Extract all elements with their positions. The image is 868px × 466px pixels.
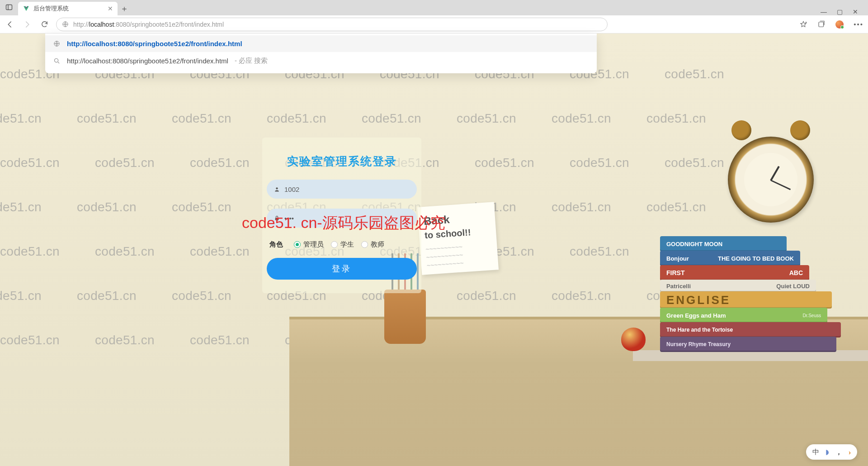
svg-rect-10: [275, 218, 279, 220]
login-title: 实验室管理系统登录: [267, 154, 417, 169]
url-text: http://localhost:8080/springboote51e2/fr…: [73, 21, 602, 28]
url-input[interactable]: http://localhost:8080/springboote51e2/fr…: [56, 18, 608, 31]
globe-icon: [53, 40, 61, 47]
tab-strip: 后台管理系统 ✕ ＋ — ▢ ✕: [0, 0, 868, 15]
refresh-button[interactable]: [39, 19, 50, 30]
alarm-clock-illustration: [728, 137, 814, 223]
role-label: 角色: [269, 240, 283, 249]
autocomplete-item[interactable]: http://localhost:8080/springboote51e2/fr…: [45, 52, 597, 70]
user-icon: [274, 186, 280, 192]
login-card: 实验室管理系统登录 角色 管理员 学生 教师 登录: [262, 138, 421, 293]
role-radio-group: 角色 管理员 学生 教师: [267, 238, 417, 258]
sticky-note-illustration: Back to school!! ~~~~~~~~~~~~~~~~~~~~~~~…: [417, 202, 499, 275]
radio-icon: [294, 241, 301, 248]
url-autocomplete-dropdown: http://localhost:8080/springboote51e2/fr…: [45, 33, 597, 73]
book-stack-illustration: GOODNIGHT MOON BonjourTHE GOING TO BED B…: [660, 237, 850, 352]
login-button[interactable]: 登录: [267, 258, 417, 280]
svg-rect-0: [6, 5, 12, 10]
svg-rect-5: [819, 22, 824, 27]
close-window-icon[interactable]: ✕: [853, 8, 858, 15]
minimize-icon[interactable]: —: [821, 8, 827, 15]
page-viewport: code51.cncode51.cncode51.cncode51.cncode…: [0, 33, 868, 466]
collections-icon[interactable]: [817, 20, 826, 29]
globe-icon: [62, 21, 69, 28]
half-moon-icon: ◗: [826, 448, 829, 456]
back-button[interactable]: [5, 19, 15, 30]
close-tab-icon[interactable]: ✕: [108, 5, 113, 12]
role-radio-student[interactable]: 学生: [331, 240, 354, 249]
browser-window: 后台管理系统 ✕ ＋ — ▢ ✕ http://localhost:8080/s…: [0, 0, 868, 466]
autocomplete-suffix: - 必应 搜索: [235, 57, 268, 65]
username-field-wrap: [267, 180, 417, 199]
window-controls: — ▢ ✕: [821, 6, 868, 15]
tab-title: 后台管理系统: [33, 5, 69, 13]
pencil-cup-illustration: [384, 290, 426, 344]
password-field-wrap: [267, 209, 417, 228]
role-radio-admin[interactable]: 管理员: [294, 240, 324, 249]
profile-avatar[interactable]: [835, 20, 844, 29]
vue-favicon-icon: [23, 5, 30, 12]
autocomplete-item[interactable]: http://localhost:8080/springboote51e2/fr…: [45, 35, 597, 52]
favorites-icon[interactable]: [799, 20, 807, 29]
ime-lang-label: 中: [812, 448, 819, 456]
svg-point-7: [55, 59, 58, 62]
autocomplete-text: http://localhost:8080/springboote51e2/fr…: [67, 57, 228, 65]
svg-line-8: [58, 62, 59, 63]
radio-icon: [331, 241, 338, 248]
radio-icon: [361, 241, 368, 248]
search-icon: [53, 57, 61, 64]
address-bar: http://localhost:8080/springboote51e2/fr…: [0, 15, 868, 33]
new-tab-button[interactable]: ＋: [118, 2, 131, 15]
maximize-icon[interactable]: ▢: [837, 8, 843, 15]
password-input[interactable]: [284, 214, 410, 222]
browser-tab[interactable]: 后台管理系统 ✕: [18, 2, 118, 15]
role-radio-teacher[interactable]: 教师: [361, 240, 384, 249]
chevron-right-icon: ›: [849, 448, 851, 456]
comma-icon: ，: [835, 448, 842, 456]
apple-illustration: [621, 328, 646, 351]
svg-point-9: [276, 187, 278, 189]
ime-indicator[interactable]: 中 ◗ ， ›: [806, 444, 857, 460]
more-icon[interactable]: •••: [854, 20, 863, 28]
forward-button[interactable]: [22, 19, 33, 30]
tab-actions-icon[interactable]: [3, 1, 15, 14]
lock-icon: [274, 215, 280, 221]
username-input[interactable]: [284, 185, 410, 193]
autocomplete-text: http://localhost:8080/springboote51e2/fr…: [67, 40, 242, 48]
